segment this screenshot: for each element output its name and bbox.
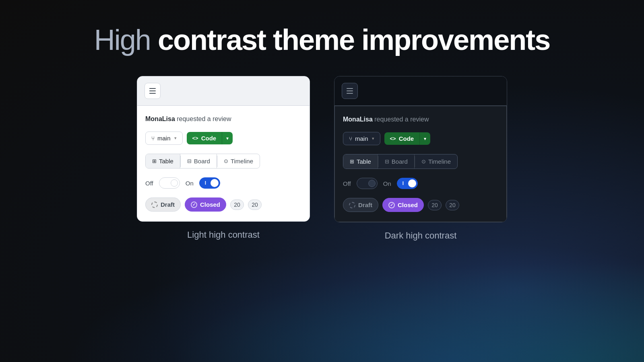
- hamburger-line-3: [149, 93, 156, 94]
- light-tab-board-label: Board: [194, 158, 210, 165]
- board-icon-light: ⊟: [187, 158, 192, 164]
- dark-toggle-off-label: Off: [343, 180, 351, 187]
- dark-review-text: requested a review: [373, 116, 429, 123]
- branch-icon-dark: ⑂: [349, 136, 352, 142]
- table-icon-dark: ⊞: [350, 158, 354, 165]
- light-panel-wrapper: MonaLisa requested a review ⑂ main ▾ <> …: [137, 76, 310, 240]
- light-review-row: MonaLisa requested a review: [145, 115, 301, 123]
- closed-icon-dark: ✓: [388, 202, 395, 208]
- dark-tab-table-label: Table: [357, 158, 371, 165]
- dark-toggle-on-label: On: [383, 180, 391, 187]
- dark-panel-body: MonaLisa requested a review ⑂ main ▾ <> …: [334, 106, 507, 222]
- light-count-badge-1: 20: [230, 200, 244, 210]
- dark-tab-row: ⊞ Table ⊟ Board ⊙ Timeline: [343, 154, 458, 169]
- dark-hamburger-line-1: [347, 88, 353, 89]
- light-code-button[interactable]: <> Code: [187, 132, 223, 144]
- light-tab-table[interactable]: ⊞ Table: [146, 154, 180, 168]
- light-tab-row: ⊞ Table ⊟ Board ⊙ Timeline: [145, 154, 260, 169]
- dark-hamburger-line-2: [347, 90, 353, 91]
- light-tab-table-label: Table: [159, 158, 173, 165]
- hamburger-line-2: [149, 90, 156, 91]
- dark-panel-wrapper: MonaLisa requested a review ⑂ main ▾ <> …: [334, 76, 507, 241]
- code-brackets-icon-light: <>: [192, 135, 198, 141]
- light-hamburger-button[interactable]: [144, 83, 161, 99]
- light-toggle-on[interactable]: I: [199, 177, 220, 189]
- dark-branch-label: main: [355, 135, 368, 142]
- light-branch-button[interactable]: ⑂ main ▾: [145, 132, 183, 145]
- board-icon-dark: ⊟: [385, 158, 389, 165]
- dark-tab-timeline-label: Timeline: [428, 158, 451, 165]
- dark-panel-header: [334, 76, 507, 106]
- panels-row: MonaLisa requested a review ⑂ main ▾ <> …: [137, 76, 507, 241]
- dark-tab-table[interactable]: ⊞ Table: [343, 154, 378, 169]
- dark-toggle-on[interactable]: I: [397, 178, 418, 189]
- closed-icon-light: ✓: [191, 202, 197, 208]
- light-draft-button[interactable]: Draft: [145, 197, 181, 212]
- dark-toggle-row: Off On I: [343, 178, 498, 189]
- dark-count-badge-2: 20: [446, 200, 459, 210]
- draft-icon-dark: [349, 202, 355, 208]
- light-tab-timeline[interactable]: ⊙ Timeline: [217, 154, 260, 168]
- light-closed-label: Closed: [200, 201, 220, 208]
- light-review-username: MonaLisa: [145, 115, 175, 122]
- dark-tab-board-label: Board: [392, 158, 408, 165]
- light-toggle-off-knob: [171, 179, 178, 187]
- dark-tab-board[interactable]: ⊟ Board: [378, 154, 415, 169]
- dark-draft-button[interactable]: Draft: [343, 198, 378, 212]
- dark-status-row: Draft ✓ Closed 20 20: [343, 198, 498, 212]
- dark-code-label: Code: [399, 135, 414, 142]
- dark-panel-label: Dark high contrast: [385, 230, 457, 241]
- dark-closed-button[interactable]: ✓ Closed: [382, 198, 424, 212]
- light-code-chevron-button[interactable]: ▾: [222, 132, 233, 144]
- dark-review-username: MonaLisa: [343, 116, 373, 123]
- light-review-text: requested a review: [175, 115, 231, 122]
- dark-branch-button[interactable]: ⑂ main ▾: [343, 132, 380, 145]
- light-toggle-off-label: Off: [145, 180, 153, 187]
- light-panel: MonaLisa requested a review ⑂ main ▾ <> …: [137, 76, 310, 222]
- dark-closed-label: Closed: [398, 202, 418, 208]
- dark-hamburger-button[interactable]: [342, 83, 358, 99]
- light-branch-label: main: [157, 135, 171, 142]
- light-toggle-on-char: I: [205, 181, 206, 185]
- light-panel-body: MonaLisa requested a review ⑂ main ▾ <> …: [137, 106, 310, 221]
- light-toggle-row: Off On I: [145, 177, 301, 189]
- timeline-icon-light: ⊙: [224, 158, 228, 164]
- light-draft-label: Draft: [161, 201, 175, 208]
- page-title-part2: contrast theme improvements: [158, 24, 550, 56]
- page-title: High contrast theme improvements: [94, 24, 550, 56]
- dark-hamburger-line-3: [347, 93, 353, 94]
- dark-code-chevron-button[interactable]: ▾: [420, 132, 430, 145]
- dark-toggle-off-knob: [368, 180, 376, 187]
- dark-code-btn-wrap: <> Code ▾: [384, 132, 431, 145]
- draft-icon-light: [151, 202, 158, 208]
- light-tab-timeline-label: Timeline: [231, 158, 253, 165]
- light-tab-board[interactable]: ⊟ Board: [181, 154, 217, 168]
- light-panel-header: [137, 76, 310, 106]
- page-title-part1: High: [94, 24, 158, 56]
- light-status-row: Draft ✓ Closed 20 20: [145, 197, 301, 212]
- dark-toggle-on-knob: [408, 179, 416, 187]
- dark-panel: MonaLisa requested a review ⑂ main ▾ <> …: [334, 76, 507, 222]
- light-branch-chevron-icon: ▾: [174, 136, 177, 141]
- light-panel-label: Light high contrast: [187, 230, 260, 240]
- light-code-btn-wrap: <> Code ▾: [187, 132, 233, 144]
- dark-draft-label: Draft: [358, 202, 372, 208]
- dark-review-row: MonaLisa requested a review: [343, 116, 498, 123]
- branch-icon-light: ⑂: [151, 135, 155, 142]
- code-brackets-icon-dark: <>: [390, 136, 396, 142]
- dark-branch-chevron-icon: ▾: [372, 136, 374, 141]
- dark-toggle-off[interactable]: [357, 178, 378, 189]
- light-toggle-off[interactable]: [159, 177, 180, 189]
- light-button-row: ⑂ main ▾ <> Code ▾: [145, 132, 301, 145]
- dark-tab-timeline[interactable]: ⊙ Timeline: [415, 154, 457, 169]
- dark-button-row: ⑂ main ▾ <> Code ▾: [343, 132, 498, 145]
- hamburger-lines-dark: [347, 88, 353, 94]
- light-count-badge-2: 20: [248, 200, 262, 210]
- dark-code-button[interactable]: <> Code: [384, 132, 420, 145]
- light-closed-button[interactable]: ✓ Closed: [185, 197, 226, 212]
- dark-toggle-on-char: I: [402, 181, 404, 186]
- timeline-icon-dark: ⊙: [421, 158, 426, 165]
- hamburger-line-1: [149, 88, 156, 89]
- light-toggle-on-knob: [211, 179, 219, 187]
- light-code-label: Code: [201, 135, 217, 142]
